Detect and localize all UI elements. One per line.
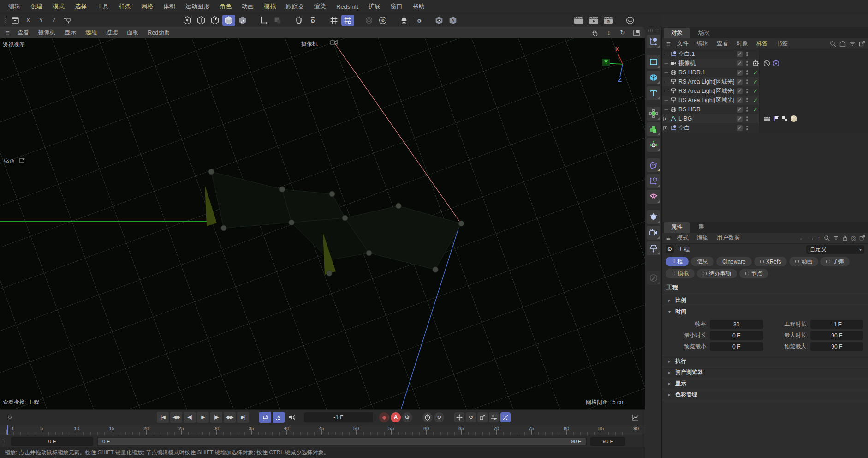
sound-button[interactable]: [286, 412, 298, 423]
menu-tools[interactable]: 工具: [92, 1, 113, 12]
tag-compositing-icon[interactable]: [763, 116, 771, 122]
am-forward-icon[interactable]: →: [808, 235, 814, 241]
object-name[interactable]: RS Area Light[区域光].2: [678, 78, 735, 86]
visibility-dots[interactable]: [746, 107, 749, 112]
modeling-settings-icon[interactable]: [363, 15, 375, 26]
keyframe-settings-icon[interactable]: ⚙: [402, 412, 412, 422]
menu-volume[interactable]: 体积: [159, 1, 180, 12]
visibility-dots[interactable]: [746, 79, 749, 84]
object-name[interactable]: 空白: [678, 124, 735, 132]
scene-mesh[interactable]: [205, 169, 464, 276]
sky-object-icon[interactable]: [647, 210, 660, 224]
viewport-canvas[interactable]: 透视视图 摄像机 缩放 查看变换: 工程 网格间距 : 5 cm: [0, 38, 645, 409]
section-time[interactable]: ▾ 时间: [662, 306, 868, 317]
render-queue-icon[interactable]: [236, 15, 249, 26]
pill-cineware[interactable]: Cineware: [716, 257, 752, 266]
content-browser-icon[interactable]: [9, 15, 21, 26]
vp-menu-view[interactable]: 查看: [13, 28, 33, 37]
tab-takes[interactable]: 场次: [691, 28, 717, 38]
menu-mesh[interactable]: 网格: [137, 1, 158, 12]
tag-checker-icon[interactable]: [782, 116, 788, 122]
am-menu-edit[interactable]: 编辑: [693, 233, 712, 243]
object-row-lbg[interactable]: L-BG: [662, 114, 868, 123]
deformer-icon[interactable]: [647, 158, 660, 172]
grid-icon[interactable]: [327, 15, 340, 26]
render-picture-viewer-icon[interactable]: [195, 15, 208, 26]
snap-settings-icon[interactable]: ⚙: [306, 15, 319, 26]
keyframe-palette-icon[interactable]: ◇: [4, 412, 16, 423]
edit-toggle[interactable]: [737, 79, 743, 85]
volume-builder-icon[interactable]: [647, 122, 660, 136]
render-region-icon[interactable]: [208, 15, 221, 26]
workplane-icon[interactable]: [271, 15, 284, 26]
solo-eye-icon[interactable]: [433, 15, 446, 26]
menu-extensions[interactable]: 扩展: [364, 1, 385, 12]
expand-icon[interactable]: [663, 126, 667, 130]
range-track[interactable]: 0 F 90 F: [97, 437, 587, 446]
cube-primitive-icon[interactable]: [647, 71, 660, 84]
object-row-null1[interactable]: 空白.1: [662, 49, 868, 59]
preset-value[interactable]: 自定义: [806, 245, 856, 254]
vp-menu-filter[interactable]: 过滤: [102, 28, 122, 37]
vp-menu-panel[interactable]: 面板: [123, 28, 143, 37]
pill-nodes[interactable]: 节点: [739, 269, 768, 278]
axis-gizmo[interactable]: X Y Z: [602, 43, 638, 82]
range-bar[interactable]: 0 F 90 F: [98, 438, 586, 445]
om-search-icon[interactable]: [830, 41, 836, 47]
object-row-camera[interactable]: 摄像机: [662, 59, 868, 68]
toggle-views-icon[interactable]: [631, 28, 642, 37]
project-time-field[interactable]: -1 F: [810, 320, 863, 329]
lock-z-button[interactable]: Z: [48, 15, 60, 26]
timeline-chart-icon[interactable]: [629, 412, 641, 423]
play-button[interactable]: ▶: [197, 412, 209, 423]
am-popout-icon[interactable]: [859, 235, 865, 241]
material-edit-icon[interactable]: [647, 271, 660, 285]
edit-toggle[interactable]: [737, 116, 743, 122]
menu-character[interactable]: 角色: [215, 1, 236, 12]
tag-forbidden-icon[interactable]: [763, 60, 770, 67]
menu-simulate[interactable]: 模拟: [259, 1, 280, 12]
object-name[interactable]: RS Area Light[区域光].1: [678, 87, 735, 95]
am-filter-icon[interactable]: [833, 235, 839, 241]
range-end-field[interactable]: 90 F: [590, 437, 625, 446]
visibility-dots[interactable]: [746, 61, 749, 66]
menu-create[interactable]: 创建: [26, 1, 47, 12]
am-back-icon[interactable]: ←: [799, 235, 805, 241]
menu-help[interactable]: 帮助: [408, 1, 429, 12]
text-tool-icon[interactable]: [647, 86, 660, 100]
modeling-gear-icon[interactable]: ⚙: [376, 15, 389, 26]
enabled-check-icon[interactable]: ✓: [753, 97, 758, 104]
light-object-icon[interactable]: [647, 241, 660, 255]
visibility-dots[interactable]: [746, 89, 749, 93]
vp-menu-options[interactable]: 选项: [81, 28, 101, 37]
play-mode-button[interactable]: A: [273, 412, 285, 423]
autokey-button[interactable]: A: [391, 412, 401, 422]
toolbar-drag-handle[interactable]: [4, 15, 6, 25]
am-menu-userdata[interactable]: 用户数据: [713, 233, 743, 243]
preview-max-field[interactable]: 90 F: [810, 342, 863, 351]
field-icon[interactable]: [647, 107, 660, 121]
goto-end-button[interactable]: ▶|: [237, 412, 249, 423]
object-row-arealight[interactable]: RS Area Light[区域光] ✓: [662, 96, 868, 105]
record-pla-icon[interactable]: [500, 412, 511, 422]
tag-material-icon[interactable]: [790, 115, 797, 122]
record-scale-icon[interactable]: [477, 412, 488, 422]
spline-rectangle-icon[interactable]: [647, 55, 660, 69]
play-render-view-icon[interactable]: [587, 15, 600, 26]
edit-toggle[interactable]: [737, 51, 743, 57]
tag-target-icon[interactable]: [773, 60, 779, 67]
simulation-scene-icon[interactable]: ⚙: [647, 138, 660, 152]
instance-axis-icon[interactable]: [647, 174, 660, 188]
menu-tracker[interactable]: 跟踪器: [281, 1, 309, 12]
am-hamburger-icon[interactable]: ≡: [665, 234, 672, 242]
tag-flag-icon[interactable]: [773, 115, 779, 122]
lock-x-button[interactable]: X: [22, 15, 34, 26]
snap-icon[interactable]: [292, 15, 305, 26]
pill-xrefs[interactable]: XRefs: [754, 257, 787, 266]
am-lock-icon[interactable]: [842, 235, 848, 241]
object-name[interactable]: RS HDR.1: [678, 69, 735, 76]
am-menu-mode[interactable]: 模式: [673, 233, 692, 243]
menu-select[interactable]: 选择: [70, 1, 91, 12]
om-menu-tags[interactable]: 标签: [753, 39, 772, 48]
next-key-button[interactable]: ◆▶: [224, 412, 236, 423]
